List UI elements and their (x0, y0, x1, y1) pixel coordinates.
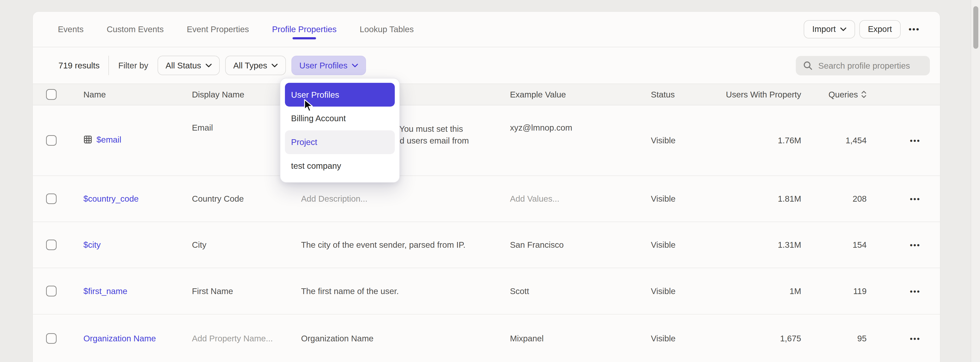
example-value-cell[interactable]: Scott (504, 286, 647, 296)
status-cell[interactable]: Visible (647, 240, 725, 250)
display-name-cell[interactable]: Add Property Name... (188, 334, 297, 343)
users-with-property-cell: 1.76M (725, 136, 806, 145)
row-actions-icon[interactable]: ••• (910, 137, 921, 145)
queries-cell: 208 (806, 194, 871, 204)
profile-properties-page: Events Custom Events Event Properties Pr… (0, 0, 980, 362)
description-cell[interactable]: The city of the event sender, parsed fro… (297, 239, 504, 250)
toolbar: Import Export ••• (804, 12, 940, 47)
divider (108, 56, 109, 75)
dropdown-item-billing-account[interactable]: Billing Account (285, 107, 395, 130)
table-row: $email Email The user's email address. Y… (33, 105, 940, 176)
status-cell[interactable]: Visible (647, 194, 725, 204)
header-example-value: Example Value (504, 90, 647, 99)
sort-icon (861, 90, 867, 99)
users-with-property-cell: 1.31M (725, 240, 806, 250)
header-users-with-property: Users With Property (725, 90, 806, 99)
example-value-cell[interactable]: San Francisco (504, 240, 647, 250)
table-header: Name Display Name Description Example Va… (33, 84, 940, 105)
results-count: 719 results (59, 61, 100, 70)
display-name-cell[interactable]: Country Code (188, 194, 297, 204)
header-queries: Queries (806, 90, 871, 99)
dropdown-item-project[interactable]: Project (285, 130, 395, 154)
content-card: Events Custom Events Event Properties Pr… (32, 11, 940, 362)
profile-type-dropdown-menu: User Profiles Billing Account Project te… (280, 78, 399, 183)
import-button[interactable]: Import (804, 20, 855, 38)
header-name: Name (70, 90, 188, 99)
tab-bar: Events Custom Events Event Properties Pr… (33, 12, 940, 47)
tab-events[interactable]: Events (58, 12, 83, 47)
example-value-cell[interactable]: xyz@lmnop.com (504, 105, 647, 132)
display-name-cell[interactable]: City (188, 240, 297, 250)
row-actions-icon[interactable]: ••• (910, 287, 921, 296)
chevron-down-icon (205, 64, 212, 67)
queries-cell: 95 (806, 334, 871, 343)
lookup-table-icon (83, 135, 92, 144)
example-value-cell[interactable]: Add Values... (504, 194, 647, 204)
profile-type-filter-chip[interactable]: User Profiles (291, 56, 366, 75)
chevron-down-icon (840, 27, 846, 31)
property-name-link[interactable]: $country_code (83, 194, 138, 204)
queries-sort-control[interactable]: Queries (806, 90, 867, 99)
chevron-down-icon (272, 64, 278, 67)
row-checkbox[interactable] (46, 333, 57, 344)
status-cell[interactable]: Visible (647, 286, 725, 296)
status-cell[interactable]: Visible (647, 334, 725, 343)
type-filter-chip[interactable]: All Types (225, 56, 286, 75)
table-row: $city City The city of the event sender,… (33, 222, 940, 268)
property-name-link[interactable]: $email (83, 135, 121, 145)
row-checkbox[interactable] (46, 285, 57, 296)
queries-cell: 154 (806, 240, 871, 250)
table-row: $country_code Country Code Add Descripti… (33, 176, 940, 222)
row-checkbox[interactable] (46, 239, 57, 250)
queries-cell: 119 (806, 286, 871, 296)
tab-custom-events[interactable]: Custom Events (107, 12, 164, 47)
display-name-cell[interactable]: First Name (188, 286, 297, 296)
chevron-down-icon (352, 64, 358, 67)
users-with-property-cell: 1.81M (725, 194, 806, 204)
users-with-property-cell: 1,675 (725, 334, 806, 343)
description-cell[interactable]: Add Description... (297, 193, 504, 204)
dropdown-item-test-company[interactable]: test company (285, 154, 395, 178)
search-input[interactable] (818, 61, 932, 70)
description-cell[interactable]: Organization Name (297, 332, 504, 344)
search-box (796, 56, 930, 75)
status-cell[interactable]: Visible (647, 136, 725, 145)
tab-profile-properties[interactable]: Profile Properties (272, 12, 337, 47)
example-value-cell[interactable]: Mixpanel (504, 334, 647, 343)
status-filter-chip[interactable]: All Status (158, 56, 220, 75)
row-actions-icon[interactable]: ••• (910, 195, 921, 203)
row-actions-icon[interactable]: ••• (910, 241, 921, 249)
table-row: Organization Name Add Property Name... O… (33, 314, 940, 362)
scrollbar-track[interactable] (970, 0, 980, 362)
property-name-link[interactable]: Organization Name (83, 334, 156, 343)
row-checkbox[interactable] (46, 193, 57, 204)
filter-by-label: Filter by (118, 61, 148, 70)
more-actions-icon[interactable]: ••• (908, 24, 920, 34)
tab-lookup-tables[interactable]: Lookup Tables (360, 12, 414, 47)
header-status: Status (647, 90, 725, 99)
filter-bar: 719 results Filter by All Status All Typ… (33, 47, 940, 84)
scrollbar-thumb[interactable] (973, 6, 978, 49)
users-with-property-cell: 1M (725, 286, 806, 296)
description-cell[interactable]: The first name of the user. (297, 285, 504, 297)
property-name-link[interactable]: $city (83, 240, 101, 250)
export-button[interactable]: Export (859, 20, 900, 38)
search-icon (803, 61, 813, 70)
dropdown-item-user-profiles[interactable]: User Profiles (285, 83, 395, 107)
row-actions-icon[interactable]: ••• (910, 335, 921, 343)
row-checkbox[interactable] (46, 135, 57, 146)
property-name-link[interactable]: $first_name (83, 286, 127, 296)
tab-event-properties[interactable]: Event Properties (187, 12, 249, 47)
table-row: $first_name First Name The first name of… (33, 268, 940, 314)
active-tab-underline (293, 37, 316, 39)
select-all-checkbox[interactable] (46, 89, 57, 100)
queries-cell: 1,454 (806, 136, 871, 145)
